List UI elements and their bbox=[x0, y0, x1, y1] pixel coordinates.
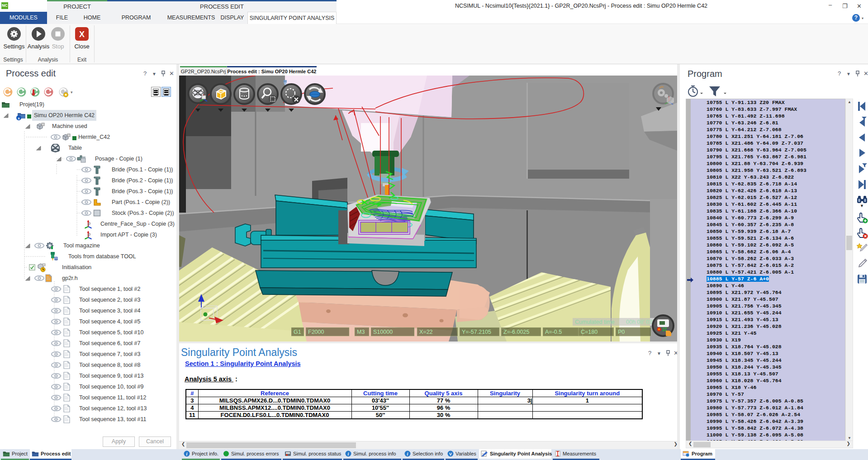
svg-text:G1: G1 bbox=[294, 329, 301, 335]
svg-text:P0: P0 bbox=[618, 329, 625, 335]
svg-text:i: i bbox=[348, 451, 349, 456]
svg-text:F2000: F2000 bbox=[308, 329, 324, 335]
svg-text:S10000: S10000 bbox=[373, 329, 393, 335]
svg-text:Y=-57.2105: Y=-57.2105 bbox=[462, 329, 491, 335]
svg-text:00h 08' 03": 00h 08' 03" bbox=[626, 319, 654, 325]
svg-text:i: i bbox=[407, 451, 408, 456]
svg-text:Z=-6.0025: Z=-6.0025 bbox=[503, 329, 529, 335]
svg-text:A=-0.5: A=-0.5 bbox=[545, 329, 562, 335]
svg-text:C=180: C=180 bbox=[581, 329, 598, 335]
svg-text:V: V bbox=[449, 452, 452, 456]
svg-text:M3: M3 bbox=[357, 329, 365, 335]
svg-text:s: s bbox=[18, 116, 20, 120]
svg-text:i: i bbox=[186, 451, 188, 456]
svg-text:Cumulated time: Cumulated time bbox=[575, 319, 615, 325]
svg-text:X=22: X=22 bbox=[419, 329, 433, 335]
svg-text:X: X bbox=[79, 30, 85, 39]
